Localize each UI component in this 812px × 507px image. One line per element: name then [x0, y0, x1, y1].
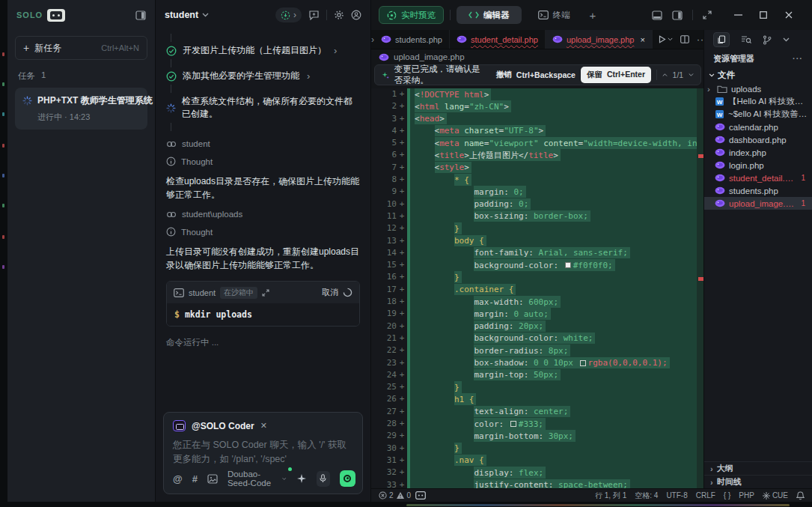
account-icon[interactable]: [351, 10, 361, 20]
sidebar-toggle-icon[interactable]: [135, 10, 146, 20]
new-chat-icon[interactable]: [308, 10, 320, 20]
collapse-icon[interactable]: [703, 10, 712, 19]
encoding[interactable]: UTF-8: [666, 491, 687, 500]
code-line: 4+ <meta charset="UTF-8">: [371, 125, 704, 137]
problems-indicator[interactable]: 2 0: [379, 491, 411, 500]
file-row[interactable]: login.php: [704, 159, 812, 171]
plus-icon: +: [23, 42, 29, 54]
tab-terminal[interactable]: 终端: [528, 10, 581, 21]
agent-selector[interactable]: student: [165, 10, 198, 20]
tool-label: student: [182, 139, 210, 148]
chat-input-placeholder[interactable]: 您正在与 SOLO Coder 聊天，输入 '/' 获取更多能力，如 '/pla…: [173, 438, 353, 467]
step-text: 开发图片上传功能（上传题目图片）: [183, 44, 326, 57]
plan-step[interactable]: 开发图片上传功能（上传题目图片）›: [166, 44, 360, 57]
file-name: ~$ello AI 科技致善】...: [728, 109, 809, 120]
chat-transcript: 开发图片上传功能（上传题目图片）›添加其他必要的学生管理功能›检查系统文件结构，…: [156, 30, 370, 404]
file-row[interactable]: W【Hello AI 科技致善...: [704, 95, 812, 108]
add-tab-button[interactable]: +: [590, 9, 596, 22]
next-change-icon[interactable]: [689, 73, 694, 77]
remove-mention-icon[interactable]: ✕: [260, 421, 267, 431]
chevron-right-icon: ›: [307, 70, 310, 82]
checkpoint-button[interactable]: ›: [275, 7, 302, 22]
new-task-button[interactable]: + 新任务 Ctrl+Alt+N: [15, 36, 147, 60]
thought-row[interactable]: Thought: [166, 227, 360, 237]
step-connector: [171, 59, 171, 67]
file-row[interactable]: students.php: [704, 184, 812, 197]
agent-message: 上传目录可能没有创建成功，重新创建uploads目录以确保图片上传功能能够正常工…: [166, 245, 360, 272]
notifications-bell-icon[interactable]: [796, 491, 805, 500]
run-button[interactable]: [659, 35, 673, 43]
thought-row[interactable]: Thought: [166, 157, 360, 166]
file-row[interactable]: student_detail.php1: [704, 171, 812, 184]
solo-badge-icon[interactable]: [47, 9, 65, 22]
chat-input[interactable]: @SOLO Coder ✕ 您正在与 SOLO Coder 聊天，输入 '/' …: [163, 412, 363, 494]
tab-editor[interactable]: 编辑器: [457, 6, 522, 24]
code-line: 7+ <style>: [371, 162, 704, 174]
maximize-button[interactable]: [751, 5, 776, 25]
attach-image-icon[interactable]: [207, 474, 218, 484]
code-line: 6+ <title>上传题目图片</title>: [371, 149, 704, 161]
mention-button[interactable]: @: [173, 473, 183, 485]
chevron-down-icon[interactable]: [783, 37, 790, 42]
context-button[interactable]: #: [192, 473, 198, 485]
task-sidebar-header: SOLO: [7, 0, 155, 30]
files-section-header[interactable]: 文件: [704, 67, 812, 82]
change-message: 变更已完成，请确认是否采纳。: [394, 64, 486, 86]
change-counter: 1/1: [673, 70, 684, 79]
divider: [326, 10, 327, 20]
file-row[interactable]: dashboard.php: [704, 133, 812, 146]
eol-sequence[interactable]: CRLF: [696, 491, 715, 500]
panel-bottom-icon[interactable]: [652, 10, 662, 20]
close-tab-icon[interactable]: ×: [640, 35, 644, 44]
cancel-button[interactable]: 取消: [322, 287, 338, 298]
task-card[interactable]: PHP+TXT 教师学生管理系统 进行中 · 14:23: [15, 88, 147, 130]
code-line: 16+ }: [371, 271, 704, 283]
undo-button[interactable]: 撤销Ctrl+Backspace: [496, 70, 576, 80]
git-branch-icon[interactable]: [763, 35, 772, 45]
code-line: 21+ background-color: white;: [371, 333, 704, 344]
outline-section[interactable]: › 大纲: [704, 461, 812, 475]
tool-call-row[interactable]: student\uploads: [166, 210, 360, 219]
file-row[interactable]: ›uploads: [704, 82, 812, 95]
gear-icon[interactable]: [334, 10, 344, 20]
chevron-down-icon: [709, 73, 715, 77]
code-line: 12+ }: [371, 222, 704, 234]
editor-tab[interactable]: students.php: [374, 30, 450, 49]
enhance-prompt-icon[interactable]: [296, 473, 307, 484]
expand-icon[interactable]: [262, 289, 269, 297]
tool-call-row[interactable]: student: [166, 139, 360, 148]
file-row[interactable]: calendar.php: [704, 121, 812, 133]
format-braces[interactable]: { }: [724, 491, 730, 500]
close-button[interactable]: [776, 5, 802, 25]
search-list-icon[interactable]: [741, 35, 751, 44]
file-name: students.php: [729, 186, 778, 195]
model-selector[interactable]: Doubao-Seed-Code: [228, 470, 287, 488]
file-row[interactable]: W~$ello AI 科技致善】...: [704, 108, 812, 121]
tab-live-preview[interactable]: 实时预览: [379, 6, 444, 24]
indentation[interactable]: 空格: 4: [635, 491, 658, 501]
code-editor[interactable]: 1+<!DOCTYPE html>2+<html lang="zh-CN">3+…: [371, 88, 704, 488]
explorer-more-icon[interactable]: ···: [793, 54, 803, 63]
solo-status-icon[interactable]: [415, 491, 426, 500]
plan-step[interactable]: 检查系统文件结构，确保所有必要的文件都已创建。: [166, 95, 360, 121]
split-editor-icon[interactable]: [680, 35, 689, 43]
language-mode[interactable]: PHP: [739, 491, 754, 500]
breadcrumb[interactable]: upload_image.php: [371, 49, 704, 64]
panel-right-icon[interactable]: [672, 10, 683, 20]
cursor-position[interactable]: 行 1, 列 1: [595, 491, 626, 501]
cue-indicator[interactable]: CUE: [763, 491, 788, 500]
copy-file-icon[interactable]: [713, 32, 730, 47]
file-name: uploads: [731, 85, 761, 94]
plan-step[interactable]: 添加其他必要的学生管理功能›: [166, 70, 360, 82]
timeline-section[interactable]: › 时间线: [704, 475, 812, 488]
keep-button[interactable]: 保留Ctrl+Enter: [581, 67, 651, 83]
prev-change-icon[interactable]: [662, 73, 668, 77]
editor-tab[interactable]: student_detail.php: [450, 30, 546, 49]
stop-button[interactable]: [340, 470, 355, 487]
color-swatch: [580, 360, 586, 366]
file-row[interactable]: index.php: [704, 146, 812, 159]
minimize-button[interactable]: [725, 5, 751, 25]
file-row[interactable]: upload_image.php1: [704, 197, 812, 210]
editor-tab[interactable]: upload_image.php×: [546, 30, 653, 49]
voice-input-button[interactable]: [317, 471, 330, 487]
